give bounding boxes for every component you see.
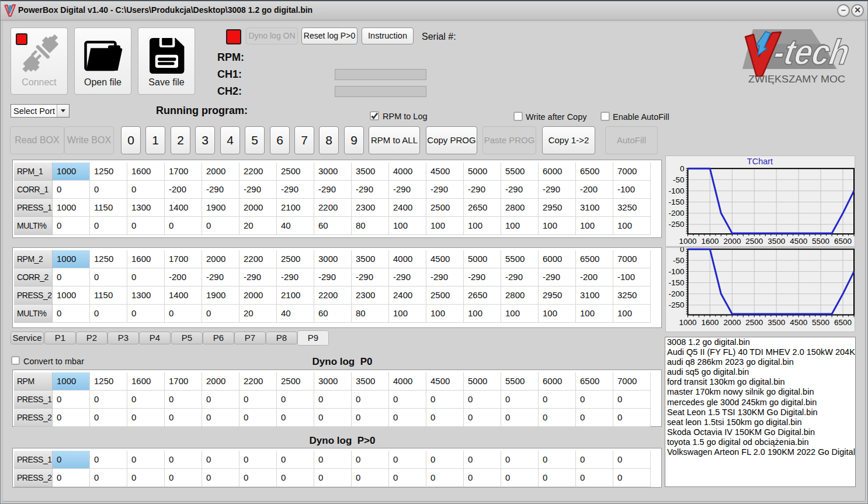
svg-text:-200: -200 bbox=[668, 209, 684, 218]
svg-text:ZWIĘKSZAMY MOC: ZWIĘKSZAMY MOC bbox=[748, 74, 845, 84]
svg-text:-100: -100 bbox=[668, 187, 684, 195]
svg-text:-250: -250 bbox=[668, 220, 684, 229]
svg-text:2000: 2000 bbox=[723, 237, 741, 246]
svg-text:-250: -250 bbox=[668, 301, 684, 309]
svg-text:1000: 1000 bbox=[679, 237, 696, 246]
svg-text:4500: 4500 bbox=[790, 237, 807, 246]
svg-text:2500: 2500 bbox=[745, 318, 763, 327]
svg-text:-50: -50 bbox=[673, 256, 685, 265]
svg-text:2000: 2000 bbox=[723, 318, 741, 327]
svg-text:5500: 5500 bbox=[812, 318, 829, 327]
svg-text:2500: 2500 bbox=[745, 237, 763, 246]
svg-text:6500: 6500 bbox=[834, 318, 852, 327]
svg-text:3500: 3500 bbox=[768, 237, 785, 246]
svg-text:0: 0 bbox=[680, 247, 685, 254]
svg-text:0: 0 bbox=[680, 164, 685, 173]
svg-text:5500: 5500 bbox=[812, 237, 829, 246]
svg-text:3500: 3500 bbox=[768, 318, 785, 327]
svg-text:1000: 1000 bbox=[679, 318, 696, 327]
svg-text:6500: 6500 bbox=[834, 237, 852, 246]
svg-text:-50: -50 bbox=[673, 175, 685, 184]
svg-text:1600: 1600 bbox=[701, 237, 718, 246]
svg-text:4500: 4500 bbox=[790, 318, 807, 327]
svg-text:TChart: TChart bbox=[747, 157, 773, 166]
svg-text:-200: -200 bbox=[668, 289, 684, 298]
svg-text:-150: -150 bbox=[668, 278, 684, 287]
svg-text:-150: -150 bbox=[668, 198, 684, 206]
svg-text:-100: -100 bbox=[668, 267, 684, 276]
svg-text:-tech: -tech bbox=[771, 32, 853, 71]
svg-text:1600: 1600 bbox=[701, 318, 718, 327]
